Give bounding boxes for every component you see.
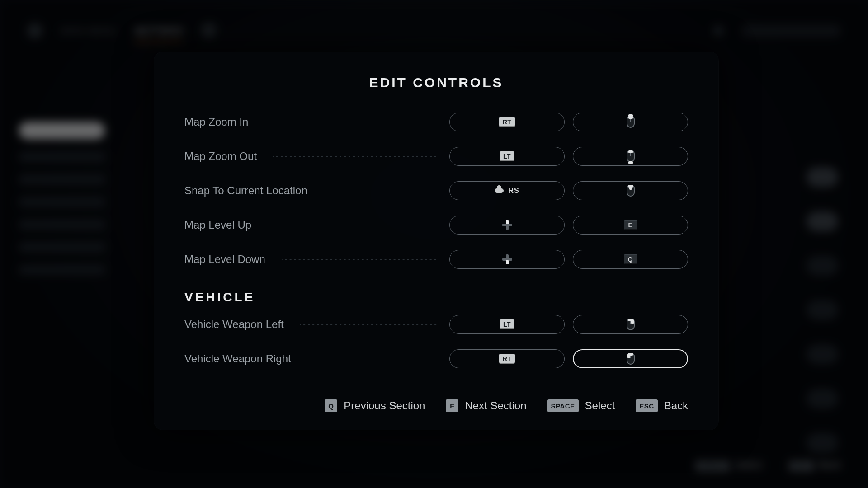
bg-toggle: [807, 256, 838, 276]
binding-slot-primary[interactable]: [449, 216, 565, 235]
mouse-middle-icon: [627, 185, 635, 197]
binding-slot-primary[interactable]: LT: [449, 315, 565, 334]
control-label: Map Level Down: [184, 253, 265, 266]
footer-label: Previous Section: [344, 399, 425, 412]
keycap-icon: Q: [624, 254, 637, 264]
bg-right-toggles: [807, 167, 838, 453]
footer-label: Back: [664, 399, 688, 412]
keycap-icon: E: [624, 220, 637, 230]
control-row: Map Zoom In RT: [184, 105, 688, 139]
bg-toggle: [807, 433, 838, 453]
edit-controls-modal: EDIT CONTROLS Map Zoom In RT Map Zoom Ou…: [154, 52, 719, 430]
bg-nav-active: SETTINGS: [134, 26, 183, 36]
divider-dots: [324, 191, 438, 191]
dpad-up-icon: [502, 220, 512, 230]
binding-slot-secondary[interactable]: [573, 113, 688, 131]
binding-slot-primary[interactable]: RS: [449, 181, 565, 200]
control-label: Map Zoom In: [184, 116, 248, 128]
modal-footer: Q Previous Section E Next Section SPACE …: [184, 399, 688, 412]
divider-dots: [300, 324, 438, 325]
bg-side-item: [19, 152, 105, 162]
divider-dots: [264, 122, 438, 122]
key-icon: SPACE: [547, 399, 579, 412]
control-row: Snap To Current Location RS: [184, 174, 688, 208]
bg-side-item: [19, 174, 105, 184]
control-row: Map Level Down Q: [184, 242, 688, 277]
binding-slot-primary[interactable]: LT: [449, 147, 565, 166]
control-label: Map Level Up: [184, 219, 251, 231]
mouse-right-icon: [627, 319, 635, 330]
binding-slot-secondary[interactable]: [573, 147, 688, 166]
keycap-icon: RT: [499, 354, 515, 364]
binding-slot-primary[interactable]: RT: [449, 349, 565, 368]
keycap-icon: LT: [500, 151, 514, 161]
bg-side-pill: [19, 122, 105, 139]
modal-title: EDIT CONTROLS: [184, 75, 688, 90]
bg-nav-prev: MAIN MENU: [61, 26, 116, 36]
bg-toggle: [807, 344, 838, 364]
bg-topbar: MAIN MENU SETTINGS: [27, 23, 841, 39]
control-label: Snap To Current Location: [184, 184, 307, 197]
control-rows: Map Zoom In RT Map Zoom Out LT Snap To C…: [184, 105, 688, 376]
mouse-wheel-up-icon: [627, 116, 635, 128]
binding-slot-secondary[interactable]: [573, 315, 688, 334]
footer-back[interactable]: ESC Back: [636, 399, 688, 412]
bg-side-item: [19, 197, 105, 207]
binding-slot-primary[interactable]: [449, 250, 565, 269]
bg-side-item: [19, 265, 105, 275]
footer-prev-section[interactable]: Q Previous Section: [325, 399, 425, 412]
bg-side-item: [19, 220, 105, 230]
keycap-icon: RT: [499, 117, 515, 127]
bg-top-right-pill: [741, 24, 841, 37]
divider-dots: [268, 225, 438, 225]
control-row: Map Zoom Out LT: [184, 139, 688, 174]
keycap-icon: LT: [500, 319, 514, 329]
bg-toggle: [807, 389, 838, 408]
bg-footer-item: SPACESelect: [696, 459, 762, 471]
binding-slot-secondary[interactable]: Q: [573, 250, 688, 269]
control-row: Map Level Up E: [184, 208, 688, 242]
bg-footer-item: ESCBack: [789, 459, 841, 471]
bg-toggle: [807, 167, 838, 187]
key-icon: ESC: [636, 399, 657, 412]
bg-toggle: [807, 300, 838, 320]
divider-dots: [273, 156, 438, 157]
bg-footer: SPACESelect ESCBack: [696, 459, 841, 471]
bg-nav-right-icon: [201, 23, 217, 38]
control-label: Vehicle Weapon Left: [184, 318, 284, 331]
control-row: Vehicle Weapon Right RT: [184, 342, 688, 376]
divider-dots: [307, 359, 438, 359]
mouse-wheel-down-icon: [627, 150, 635, 162]
control-label: Vehicle Weapon Right: [184, 352, 291, 365]
bg-indicator-icon: [713, 26, 723, 36]
bg-side-item: [19, 242, 105, 252]
binding-slot-secondary[interactable]: E: [573, 216, 688, 235]
binding-slot-secondary[interactable]: [573, 181, 688, 200]
binding-slot-secondary[interactable]: [573, 349, 688, 368]
key-icon: Q: [325, 399, 337, 412]
footer-label: Next Section: [465, 399, 526, 412]
key-icon: E: [446, 399, 458, 412]
bg-sidebar: [19, 122, 105, 275]
footer-next-section[interactable]: E Next Section: [446, 399, 526, 412]
dpad-down-icon: [502, 254, 512, 264]
bg-toggle: [807, 211, 838, 231]
control-label: Map Zoom Out: [184, 150, 257, 163]
mouse-left-icon: [627, 353, 635, 365]
binding-slot-primary[interactable]: RT: [449, 113, 565, 131]
section-heading: VEHICLE: [184, 290, 688, 305]
rs-click-icon: RS: [495, 187, 519, 195]
footer-select[interactable]: SPACE Select: [547, 399, 615, 412]
bg-nav-left-icon: [27, 23, 42, 38]
control-row: Vehicle Weapon Left LT: [184, 307, 688, 342]
footer-label: Select: [585, 399, 615, 412]
divider-dots: [282, 259, 438, 260]
